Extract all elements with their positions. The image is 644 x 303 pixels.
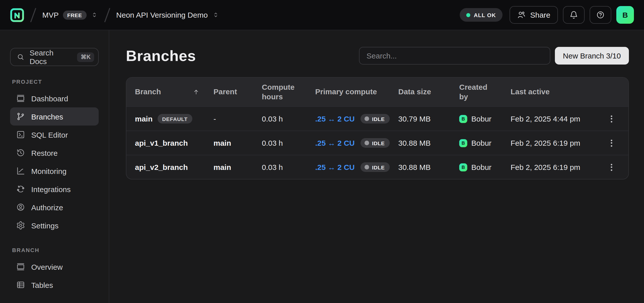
parent-name: main [213, 139, 231, 147]
sidebar-nav: PROJECTDashboardBranchesSQL EditorRestor… [10, 79, 99, 294]
column-header-parent: Parent [213, 87, 262, 97]
state-dot-icon [365, 117, 369, 121]
last-active-cell: Feb 2, 2025 6:19 pm [511, 163, 595, 171]
last-active-cell: Feb 2, 2025 4:44 pm [511, 114, 595, 123]
table-row[interactable]: api_v1_branchmain0.03 h.25 ↔ 2 CUIDLE30.… [126, 131, 628, 155]
sidebar-item-label: Restore [31, 148, 58, 157]
breadcrumb-divider [104, 8, 110, 22]
user-avatar[interactable]: B [616, 6, 634, 24]
avatar: B [459, 139, 467, 147]
column-header-last-active: Last active [511, 87, 595, 97]
sidebar-item-settings[interactable]: Settings [10, 216, 99, 234]
kebab-dot-icon [611, 145, 612, 146]
share-label: Share [530, 11, 550, 19]
main-content: Branches New Branch 3/10 BranchParentCom… [109, 30, 644, 303]
sidebar-item-monitoring[interactable]: Monitoring [10, 162, 99, 180]
sidebar-item-branches[interactable]: Branches [10, 107, 99, 126]
monitoring-icon [16, 166, 25, 175]
created-by-name: Bobur [471, 114, 491, 123]
column-header-created-by: Created by [459, 83, 511, 102]
app-root: MVP FREE Neon API Versioning Demo ALL OK… [0, 0, 644, 303]
parent-name: - [213, 114, 216, 123]
sidebar-item-overview[interactable]: Overview [10, 258, 99, 276]
sidebar-item-integrations[interactable]: Integrations [10, 180, 99, 198]
users-icon [517, 11, 526, 19]
branch-cell: api_v2_branch [126, 163, 213, 171]
column-header-branch[interactable]: Branch [126, 87, 213, 97]
parent-cell: main [213, 163, 262, 171]
created-by-name: Bobur [471, 163, 491, 171]
kebab-dot-icon [611, 166, 612, 168]
project-selector[interactable]: Neon API Versioning Demo [116, 11, 220, 19]
kebab-dot-icon [611, 115, 612, 117]
new-branch-button[interactable]: New Branch 3/10 [555, 47, 629, 65]
compute-state-badge: IDLE [361, 114, 390, 124]
keyboard-shortcut-badge: ⌘K [77, 52, 94, 62]
sidebar-item-tables[interactable]: Tables [10, 276, 99, 294]
breadcrumb: MVP FREE Neon API Versioning Demo [10, 7, 219, 22]
overview-icon [16, 262, 25, 271]
help-button[interactable] [590, 6, 611, 24]
compute-state-badge: IDLE [361, 162, 390, 172]
state-label: IDLE [372, 116, 385, 122]
status-badge[interactable]: ALL OK [460, 8, 503, 22]
integrations-icon [16, 185, 25, 194]
created-by-cell: BBobur [459, 114, 511, 123]
branch-cell: api_v1_branch [126, 139, 213, 147]
sidebar-item-label: Dashboard [31, 94, 68, 103]
topbar: MVP FREE Neon API Versioning Demo ALL OK… [0, 0, 644, 30]
table-row[interactable]: mainDEFAULT-0.03 h.25 ↔ 2 CUIDLE30.79 MB… [126, 106, 628, 131]
dashboard-icon [16, 94, 25, 103]
compute-hours-cell: 0.03 h [262, 114, 315, 123]
column-header-label: Parent [213, 87, 237, 97]
topbar-actions: ALL OK Share B [460, 6, 634, 24]
column-header-compute-hours: Compute hours [262, 83, 315, 102]
sidebar-item-label: Tables [31, 281, 53, 289]
row-menu-button[interactable] [604, 111, 619, 126]
data-size-cell: 30.88 MB [398, 163, 459, 171]
column-header-label: Created by [459, 83, 496, 102]
sidebar-item-authorize[interactable]: Authorize [10, 198, 99, 216]
sidebar: Search Docs ⌘K PROJECTDashboardBranchesS… [0, 30, 109, 303]
sql-editor-icon [16, 130, 25, 139]
branch-name: api_v1_branch [135, 139, 188, 147]
branches-table: BranchParentCompute hoursPrimary compute… [126, 77, 629, 179]
parent-name: main [213, 163, 231, 171]
sort-up-icon [193, 89, 199, 95]
share-button[interactable]: Share [510, 6, 558, 24]
sidebar-item-restore[interactable]: Restore [10, 144, 99, 162]
compute-state-badge: IDLE [361, 138, 390, 148]
tables-icon [16, 280, 25, 289]
sidebar-item-label: Authorize [31, 203, 63, 211]
status-label: ALL OK [474, 12, 496, 18]
breadcrumb-divider [30, 8, 36, 22]
branch-cell: mainDEFAULT [126, 114, 213, 124]
compute-hours-cell: 0.03 h [262, 163, 315, 171]
sidebar-item-dashboard[interactable]: Dashboard [10, 89, 99, 107]
created-by-name: Bobur [471, 139, 491, 147]
plan-badge: FREE [63, 10, 87, 19]
row-menu-button[interactable] [604, 160, 619, 175]
avatar: B [459, 115, 467, 123]
last-active-cell: Feb 2, 2025 6:19 pm [511, 139, 595, 147]
table-body: mainDEFAULT-0.03 h.25 ↔ 2 CUIDLE30.79 MB… [126, 106, 628, 179]
data-size-cell: 30.79 MB [398, 114, 459, 123]
notifications-button[interactable] [563, 6, 585, 24]
column-header-label: Primary compute [315, 87, 377, 97]
branch-name: api_v2_branch [135, 163, 188, 171]
state-dot-icon [365, 165, 369, 169]
state-label: IDLE [372, 164, 385, 170]
branch-name: main [135, 114, 153, 123]
search-docs-button[interactable]: Search Docs ⌘K [10, 48, 99, 66]
primary-compute-cell: .25 ↔ 2 CUIDLE [315, 114, 398, 124]
column-header-label: Compute hours [262, 83, 301, 102]
neon-logo-icon[interactable] [10, 8, 24, 22]
table-row[interactable]: api_v2_branchmain0.03 h.25 ↔ 2 CUIDLE30.… [126, 155, 628, 179]
sidebar-item-sql-editor[interactable]: SQL Editor [10, 126, 99, 144]
branch-search-input[interactable] [359, 47, 550, 65]
search-docs-label: Search Docs [29, 48, 72, 66]
row-menu-button[interactable] [604, 135, 619, 150]
column-header-primary-compute: Primary compute [315, 87, 398, 97]
org-selector[interactable]: MVP FREE [42, 10, 98, 19]
sidebar-item-label: Integrations [31, 185, 71, 193]
